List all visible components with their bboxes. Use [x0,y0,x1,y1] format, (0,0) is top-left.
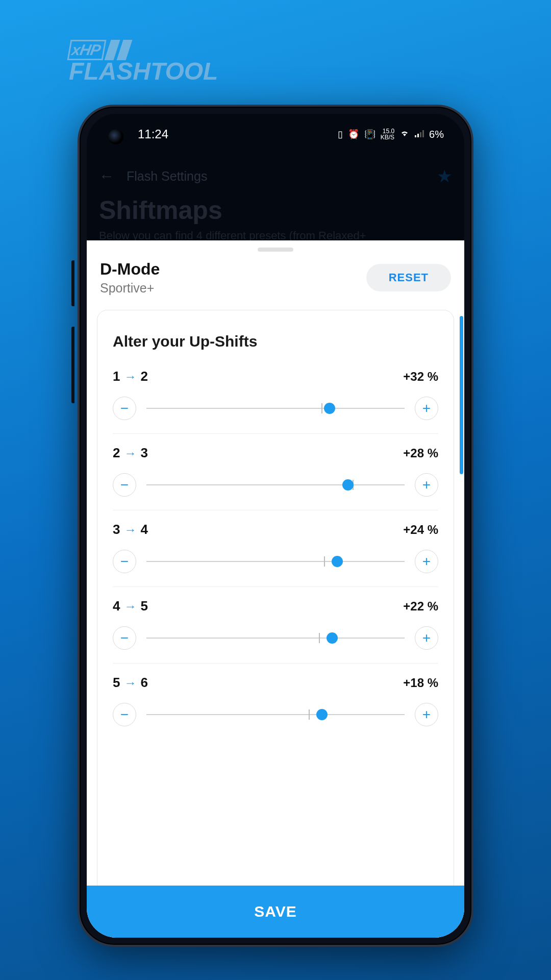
shift-row: 5 → 6 +18 % − + [113,675,438,740]
brand-name: FLASHTOOL [69,57,218,85]
decrement-button[interactable]: − [113,703,136,726]
card-title: Alter your Up-Shifts [113,333,438,350]
save-label: SAVE [254,903,296,920]
svg-rect-0 [415,135,416,137]
gear-to: 3 [140,445,147,461]
scroll-indicator[interactable] [460,316,463,474]
save-button[interactable]: SAVE [87,886,464,938]
shift-percent: +22 % [403,599,438,614]
gear-range: 2 → 3 [113,445,148,461]
decrement-button[interactable]: − [113,397,136,420]
increment-button[interactable]: + [415,550,438,573]
mode-subtitle: Sportive+ [100,281,366,296]
gear-range: 1 → 2 [113,369,148,384]
shift-slider[interactable] [146,398,405,419]
arrow-right-icon: → [124,370,136,384]
shift-slider[interactable] [146,628,405,648]
shift-row: 1 → 2 +32 % − + [113,369,438,434]
gear-from: 3 [113,522,120,537]
shift-slider[interactable] [146,551,405,572]
phone-frame: 11:24 ▯ ⏰ 📳 15.0 KB/S 6% ← [78,105,473,947]
shift-slider[interactable] [146,475,405,495]
battery-pct: 6% [429,129,444,140]
increment-button[interactable]: + [415,703,438,726]
increment-button[interactable]: + [415,397,438,420]
gear-to: 2 [140,369,147,384]
increment-button[interactable]: + [415,473,438,497]
sheet-drag-handle[interactable] [258,248,293,252]
svg-rect-3 [422,130,424,137]
reset-button[interactable]: RESET [366,264,451,291]
shift-row: 4 → 5 +22 % − + [113,598,438,664]
gear-to: 4 [140,522,147,537]
gear-range: 3 → 4 [113,522,148,537]
wifi-icon [399,129,410,140]
gear-to: 6 [140,675,147,691]
decrement-button[interactable]: − [113,626,136,650]
brand-tag: xHP [67,40,106,60]
sheet-header: D-Mode Sportive+ RESET [87,257,464,310]
gear-from: 2 [113,445,120,461]
arrow-right-icon: → [124,676,136,690]
signal-icon [415,129,424,140]
arrow-right-icon: → [124,446,136,460]
shift-percent: +32 % [403,370,438,384]
alarm-icon: ⏰ [348,129,359,140]
vibrate-icon: 📳 [364,129,375,140]
sheet-body: Alter your Up-Shifts 1 → 2 +32 % − + 2 → [87,310,464,938]
status-right: ▯ ⏰ 📳 15.0 KB/S 6% [338,128,444,140]
status-time: 11:24 [138,127,168,141]
svg-rect-1 [417,134,419,137]
brand-bars-icon [108,40,129,60]
shift-percent: +18 % [403,676,438,690]
brand-logo: xHP FLASHTOOL [69,40,218,85]
bottom-sheet: D-Mode Sportive+ RESET Alter your Up-Shi… [87,240,464,938]
phone-screen: 11:24 ▯ ⏰ 📳 15.0 KB/S 6% ← [87,114,464,938]
gear-from: 1 [113,369,120,384]
decrement-button[interactable]: − [113,550,136,573]
arrow-right-icon: → [124,599,136,614]
nfc-icon: ▯ [338,129,343,140]
shift-row: 2 → 3 +28 % − + [113,445,438,510]
shift-row: 3 → 4 +24 % − + [113,522,438,587]
shift-slider[interactable] [146,704,405,725]
increment-button[interactable]: + [415,626,438,650]
gear-range: 4 → 5 [113,598,148,614]
shift-percent: +28 % [403,446,438,460]
gear-range: 5 → 6 [113,675,148,691]
gear-from: 5 [113,675,120,691]
arrow-right-icon: → [124,523,136,537]
gear-from: 4 [113,598,120,614]
svg-rect-2 [420,132,421,137]
upshifts-card: Alter your Up-Shifts 1 → 2 +32 % − + 2 → [97,310,454,938]
decrement-button[interactable]: − [113,473,136,497]
net-speed: 15.0 KB/S [381,128,394,140]
mode-title: D-Mode [100,260,366,279]
front-camera [108,129,123,144]
status-bar: 11:24 ▯ ⏰ 📳 15.0 KB/S 6% [87,114,464,155]
gear-to: 5 [140,598,147,614]
shift-percent: +24 % [403,523,438,537]
